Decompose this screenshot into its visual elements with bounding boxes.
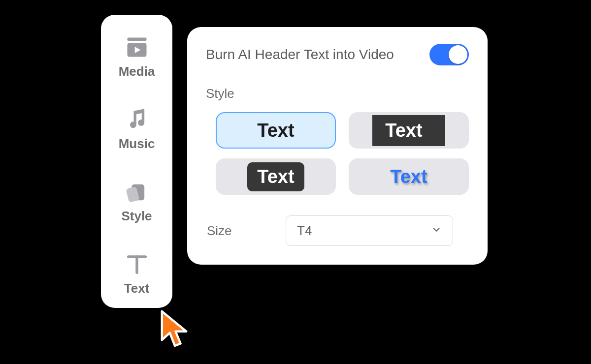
burn-header-toggle[interactable]: [429, 44, 469, 65]
style-option-blue-shadow[interactable]: Text: [349, 158, 469, 195]
sidebar-item-media[interactable]: Media: [106, 28, 167, 86]
sidebar-item-label: Music: [119, 136, 155, 152]
size-value: T4: [297, 223, 312, 239]
svg-rect-0: [127, 38, 146, 41]
sidebar-item-label: Style: [121, 209, 152, 224]
sidebar-item-label: Media: [119, 64, 155, 79]
tool-sidebar: Media Music Style: [101, 15, 172, 308]
media-icon: [124, 34, 150, 60]
size-select[interactable]: T4: [286, 215, 453, 246]
style-option-plain[interactable]: Text: [216, 112, 336, 149]
style-sample-text: Text: [372, 115, 445, 146]
sidebar-item-music[interactable]: Music: [106, 100, 167, 158]
burn-header-row: Burn AI Header Text into Video: [206, 44, 469, 65]
style-options-grid: Text Text Text Text: [206, 112, 469, 195]
style-sample-text: Text: [247, 162, 304, 191]
sidebar-item-label: Text: [124, 281, 150, 296]
size-label: Size: [207, 223, 266, 239]
sidebar-item-text[interactable]: Text: [106, 244, 167, 303]
text-icon: [124, 251, 150, 277]
cursor-icon: [158, 310, 192, 349]
toggle-knob: [449, 45, 467, 64]
size-row: Size T4: [206, 215, 469, 246]
style-option-pill-dark[interactable]: Text: [216, 158, 336, 195]
style-sample-text: Text: [390, 166, 427, 187]
burn-header-label: Burn AI Header Text into Video: [206, 47, 394, 62]
text-settings-panel: Burn AI Header Text into Video Style Tex…: [187, 27, 488, 265]
style-section-label: Style: [206, 86, 469, 101]
style-icon: [124, 179, 150, 205]
sidebar-item-style[interactable]: Style: [106, 172, 167, 231]
style-option-box-dark[interactable]: Text: [349, 112, 469, 149]
style-sample-text: Text: [257, 120, 294, 141]
music-icon: [124, 107, 150, 132]
chevron-down-icon: [431, 223, 442, 239]
